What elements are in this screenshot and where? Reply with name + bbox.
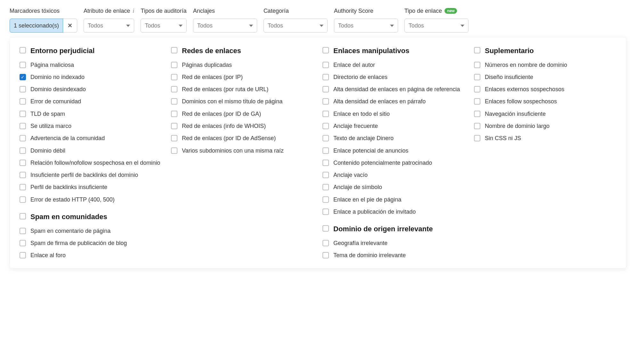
checkbox[interactable]: ✓ [474, 62, 480, 68]
checkbox[interactable]: ✓ [322, 160, 329, 166]
checkbox-row[interactable]: ✓Diseño insuficiente [474, 73, 616, 81]
checkbox-row[interactable]: ✓Enlace del autor [322, 61, 465, 69]
checkbox-row[interactable]: ✓Advertencia de la comunidad [20, 134, 162, 142]
checkbox-row[interactable]: ✓Anclaje vacío [322, 171, 465, 179]
checkbox[interactable]: ✓ [322, 74, 329, 80]
checkbox[interactable]: ✓ [474, 74, 480, 80]
section-header[interactable]: ✓Suplementario [474, 46, 616, 55]
section-checkbox[interactable]: ✓ [474, 47, 480, 53]
checkbox-row[interactable]: ✓Red de enlaces (por ID de GA) [171, 110, 314, 118]
checkbox[interactable]: ✓ [20, 228, 26, 234]
checkbox[interactable]: ✓ [474, 86, 480, 92]
checkbox[interactable]: ✓ [20, 74, 26, 80]
checkbox-row[interactable]: ✓Enlaces externos sospechosos [474, 85, 616, 93]
checkbox-row[interactable]: ✓Páginas duplicadas [171, 61, 314, 69]
checkbox[interactable]: ✓ [20, 135, 26, 141]
checkbox-row[interactable]: ✓Página maliciosa [20, 61, 162, 69]
anchors-dropdown[interactable]: Todos [193, 19, 257, 33]
checkbox[interactable]: ✓ [474, 135, 480, 141]
checkbox[interactable]: ✓ [20, 111, 26, 117]
checkbox-row[interactable]: ✓Error de estado HTTP (400, 500) [20, 196, 162, 203]
checkbox[interactable]: ✓ [474, 98, 480, 105]
checkbox-row[interactable]: ✓Red de enlaces (por ID de AdSense) [171, 134, 314, 142]
toxic-markers-dropdown[interactable]: 1 seleccionado(s) [10, 19, 63, 33]
checkbox[interactable]: ✓ [322, 209, 329, 215]
checkbox-row[interactable]: ✓Se utiliza marco [20, 122, 162, 130]
checkbox-row[interactable]: ✓Red de enlaces (por IP) [171, 73, 314, 81]
checkbox[interactable]: ✓ [171, 74, 177, 80]
section-checkbox[interactable]: ✓ [20, 47, 26, 53]
checkbox-row[interactable]: ✓Error de comunidad [20, 98, 162, 105]
checkbox[interactable]: ✓ [171, 123, 177, 129]
section-header[interactable]: ✓Entorno perjudicial [20, 46, 162, 55]
checkbox[interactable]: ✓ [20, 86, 26, 92]
section-header[interactable]: ✓Redes de enlaces [171, 46, 314, 55]
checkbox[interactable]: ✓ [322, 147, 329, 154]
section-header[interactable]: ✓Spam en comunidades [20, 212, 162, 221]
checkbox[interactable]: ✓ [322, 98, 329, 105]
checkbox[interactable]: ✓ [322, 86, 329, 92]
info-icon[interactable]: i [133, 8, 134, 14]
checkbox-row[interactable]: ✓Spam en comentario de página [20, 227, 162, 235]
link-type-dropdown[interactable]: Todos [404, 19, 469, 33]
checkbox[interactable]: ✓ [322, 196, 329, 203]
audit-types-dropdown[interactable]: Todos [141, 19, 186, 33]
checkbox-row[interactable]: ✓Alta densidad de enlaces en párrafo [322, 98, 465, 105]
checkbox-row[interactable]: ✓TLD de spam [20, 110, 162, 118]
checkbox-row[interactable]: ✓Relación follow/nofollow sospechosa en … [20, 159, 162, 167]
checkbox-row[interactable]: ✓Anclaje de símbolo [322, 183, 465, 191]
section-checkbox[interactable]: ✓ [171, 47, 177, 53]
section-checkbox[interactable]: ✓ [20, 213, 26, 219]
checkbox-row[interactable]: ✓Directorio de enlaces [322, 73, 465, 81]
checkbox[interactable]: ✓ [171, 147, 177, 154]
checkbox[interactable]: ✓ [20, 160, 26, 166]
checkbox-row[interactable]: ✓Texto de anclaje Dinero [322, 134, 465, 142]
checkbox-row[interactable]: ✓Red de enlaces (por ruta de URL) [171, 85, 314, 93]
checkbox[interactable]: ✓ [20, 172, 26, 178]
checkbox[interactable]: ✓ [171, 135, 177, 141]
checkbox[interactable]: ✓ [20, 196, 26, 203]
category-dropdown[interactable]: Todos [264, 19, 328, 33]
checkbox-row[interactable]: ✓Perfil de backlinks insuficiente [20, 183, 162, 191]
checkbox-row[interactable]: ✓Alta densidad de enlaces en página de r… [322, 85, 465, 93]
link-attribute-dropdown[interactable]: Todos [84, 19, 134, 33]
checkbox-row[interactable]: ✓Enlace en todo el sitio [322, 110, 465, 118]
checkbox-row[interactable]: ✓Spam de firma de publicación de blog [20, 239, 162, 247]
checkbox-row[interactable]: ✓Contenido potencialmente patrocinado [322, 159, 465, 167]
checkbox[interactable]: ✓ [322, 252, 329, 258]
checkbox-row[interactable]: ✓Insuficiente perfil de backlinks del do… [20, 171, 162, 179]
checkbox[interactable]: ✓ [20, 184, 26, 190]
checkbox-row[interactable]: ✓Números en nombre de dominio [474, 61, 616, 69]
clear-toxic-markers-button[interactable]: ✕ [63, 19, 77, 33]
checkbox[interactable]: ✓ [171, 86, 177, 92]
checkbox[interactable]: ✓ [20, 98, 26, 105]
checkbox[interactable]: ✓ [322, 123, 329, 129]
checkbox[interactable]: ✓ [20, 147, 26, 154]
checkbox-row[interactable]: ✓Sin CSS ni JS [474, 134, 616, 142]
checkbox-row[interactable]: ✓Enlace potencial de anuncios [322, 147, 465, 154]
section-header[interactable]: ✓Enlaces manipulativos [322, 46, 465, 55]
checkbox[interactable]: ✓ [20, 123, 26, 129]
checkbox-row[interactable]: ✓Anclaje frecuente [322, 122, 465, 130]
checkbox-row[interactable]: ✓Tema de dominio irrelevante [322, 251, 465, 259]
section-checkbox[interactable]: ✓ [322, 225, 329, 232]
checkbox[interactable]: ✓ [474, 123, 480, 129]
checkbox[interactable]: ✓ [474, 111, 480, 117]
checkbox[interactable]: ✓ [322, 111, 329, 117]
checkbox-row[interactable]: ✓Dominios con el mismo título de página [171, 98, 314, 105]
checkbox-row[interactable]: ✓Enlaces follow sospechosos [474, 98, 616, 105]
checkbox-row[interactable]: ✓Nombre de dominio largo [474, 122, 616, 130]
section-header[interactable]: ✓Dominio de origen irrelevante [322, 225, 465, 233]
checkbox[interactable]: ✓ [20, 62, 26, 68]
checkbox[interactable]: ✓ [171, 111, 177, 117]
checkbox-row[interactable]: ✓Geografía irrelevante [322, 239, 465, 247]
checkbox[interactable]: ✓ [322, 240, 329, 246]
checkbox-row[interactable]: ✓Dominio no indexado [20, 73, 162, 81]
checkbox[interactable]: ✓ [322, 62, 329, 68]
checkbox[interactable]: ✓ [322, 184, 329, 190]
checkbox-row[interactable]: ✓Dominio débil [20, 147, 162, 154]
checkbox-row[interactable]: ✓Enlace al foro [20, 251, 162, 259]
checkbox[interactable]: ✓ [322, 172, 329, 178]
checkbox-row[interactable]: ✓Enlace a publicación de invitado [322, 208, 465, 216]
checkbox-row[interactable]: ✓Enlace en el pie de página [322, 196, 465, 203]
